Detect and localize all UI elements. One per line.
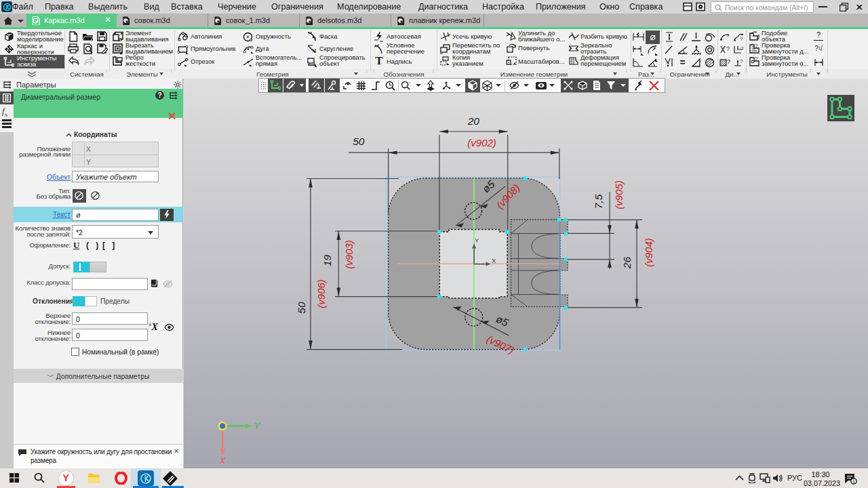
svg-text:50: 50: [353, 136, 365, 147]
svg-text:19: 19: [321, 254, 333, 266]
svg-text:?: ?: [726, 45, 730, 52]
svg-text:?: ?: [755, 43, 758, 49]
svg-text:X: X: [492, 257, 496, 264]
svg-text:X: X: [219, 456, 226, 466]
svg-text:?: ?: [740, 58, 743, 64]
svg-text:?: ?: [727, 58, 730, 65]
svg-text:?: ?: [755, 56, 758, 62]
svg-text:7,5: 7,5: [593, 194, 604, 209]
svg-text:20: 20: [467, 115, 480, 127]
svg-text:1: 1: [853, 479, 856, 484]
svg-text:(v904): (v904): [643, 238, 654, 267]
svg-text:50: 50: [296, 302, 307, 314]
svg-text:(v903): (v903): [343, 240, 355, 269]
svg-text:26: 26: [621, 257, 633, 270]
svg-text:(v905): (v905): [613, 180, 625, 209]
svg-text:?: ?: [740, 36, 743, 42]
svg-text:?: ?: [726, 33, 730, 39]
svg-text:(v902): (v902): [467, 137, 496, 148]
svg-text:?: ?: [408, 81, 410, 86]
svg-text:Y: Y: [254, 422, 260, 431]
svg-text:(v906): (v906): [315, 279, 327, 308]
svg-text:Y: Y: [475, 237, 479, 244]
svg-text:?: ?: [741, 45, 744, 52]
